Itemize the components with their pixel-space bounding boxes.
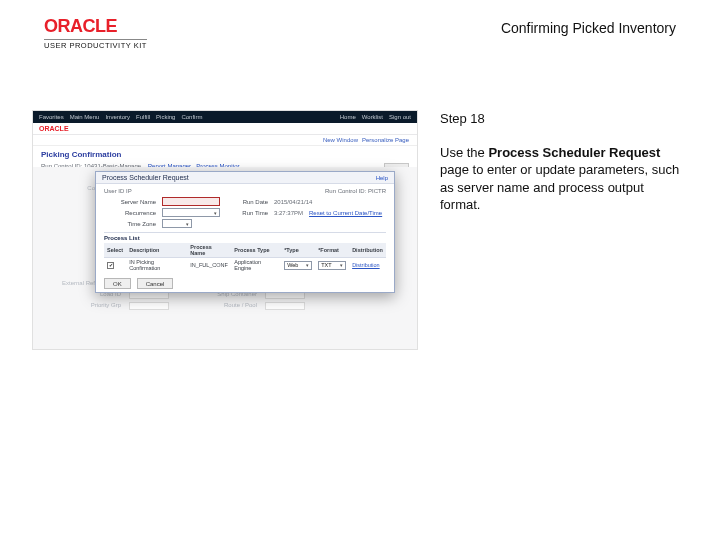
timezone-label: Time Zone bbox=[104, 221, 156, 227]
run-time-label: Run Time bbox=[226, 210, 268, 216]
th-process-name: Process Name bbox=[187, 243, 231, 258]
row-checkbox[interactable] bbox=[107, 262, 114, 269]
server-name-select[interactable] bbox=[162, 197, 220, 206]
process-scheduler-modal: Process Scheduler Request Help User ID I… bbox=[95, 171, 395, 293]
run-date-value: 2015/04/21/14 bbox=[274, 199, 312, 205]
modal-runctl-value: PICTR bbox=[368, 188, 386, 194]
link-new-window[interactable]: New Window bbox=[323, 137, 358, 143]
reset-datetime-link[interactable]: Reset to Current Date/Time bbox=[309, 210, 382, 216]
row-type-select[interactable]: Web bbox=[284, 261, 312, 270]
instruction-text: Use the Process Scheduler Request page t… bbox=[440, 144, 684, 214]
process-list-title: Process List bbox=[104, 235, 386, 241]
user-id-label: User ID bbox=[104, 188, 124, 194]
run-date-label: Run Date bbox=[226, 199, 268, 205]
step-label: Step 18 bbox=[440, 110, 684, 128]
nav-picking[interactable]: Picking bbox=[156, 114, 175, 120]
row-format-select[interactable]: TXT bbox=[318, 261, 346, 270]
oracle-brand: ORACLE bbox=[39, 125, 69, 132]
timezone-select[interactable] bbox=[162, 219, 192, 228]
th-format: *Format bbox=[315, 243, 349, 258]
content: Favorites Main Menu Inventory Fulfill Pi… bbox=[0, 110, 720, 350]
bg-priority-r: Route / Pool bbox=[177, 302, 257, 310]
nav-confirm[interactable]: Confirm bbox=[181, 114, 202, 120]
page-title: Confirming Picked Inventory bbox=[501, 20, 676, 36]
th-type: *Type bbox=[281, 243, 315, 258]
recurrence-select[interactable] bbox=[162, 208, 220, 217]
link-personalize[interactable]: Personalize Page bbox=[362, 137, 409, 143]
nav-signout[interactable]: Sign out bbox=[389, 114, 411, 120]
nav-home[interactable]: Home bbox=[340, 114, 356, 120]
th-description: Description bbox=[126, 243, 187, 258]
brand-bar: ORACLE bbox=[33, 123, 417, 135]
logo: ORACLE USER PRODUCTIVITY KIT bbox=[44, 16, 147, 50]
user-id-value: IP bbox=[126, 188, 132, 194]
row-process-type: Application Engine bbox=[231, 258, 281, 273]
server-name-label: Server Name bbox=[104, 199, 156, 205]
ok-button[interactable]: OK bbox=[104, 278, 131, 289]
screen-heading: Picking Confirmation bbox=[33, 146, 417, 161]
nav-fulfill[interactable]: Fulfill bbox=[136, 114, 150, 120]
nav-inventory[interactable]: Inventory bbox=[105, 114, 130, 120]
recurrence-label: Recurrence bbox=[104, 210, 156, 216]
nav-worklist[interactable]: Worklist bbox=[362, 114, 383, 120]
modal-runctl-label: Run Control ID: bbox=[325, 188, 366, 194]
modal-titlebar: Process Scheduler Request Help bbox=[96, 172, 394, 184]
process-list-table: Select Description Process Name Process … bbox=[104, 243, 386, 272]
row-process-name: IN_FUL_CONF bbox=[187, 258, 231, 273]
cancel-button[interactable]: Cancel bbox=[137, 278, 174, 289]
sub-links: New Window Personalize Page bbox=[33, 135, 417, 146]
instruction-bold: Process Scheduler Request bbox=[488, 145, 660, 160]
row-description: IN Picking Confirmation bbox=[126, 258, 187, 273]
run-time-value: 3:27:37PM bbox=[274, 210, 303, 216]
nav-favorites[interactable]: Favorites bbox=[39, 114, 64, 120]
row-distribution-link[interactable]: Distribution bbox=[352, 262, 380, 268]
logo-word: ORACLE bbox=[44, 16, 147, 37]
th-select: Select bbox=[104, 243, 126, 258]
modal-title: Process Scheduler Request bbox=[102, 174, 189, 181]
nav-mainmenu[interactable]: Main Menu bbox=[70, 114, 100, 120]
bg-priority-l: Priority Grp bbox=[41, 302, 121, 310]
app-screenshot: Favorites Main Menu Inventory Fulfill Pi… bbox=[32, 110, 418, 350]
th-process-type: Process Type bbox=[231, 243, 281, 258]
help-link[interactable]: Help bbox=[376, 175, 388, 181]
th-distribution: Distribution bbox=[349, 243, 386, 258]
instruction-panel: Step 18 Use the Process Scheduler Reques… bbox=[440, 110, 684, 350]
header: ORACLE USER PRODUCTIVITY KIT Confirming … bbox=[0, 0, 720, 50]
logo-subtitle: USER PRODUCTIVITY KIT bbox=[44, 39, 147, 50]
top-navbar: Favorites Main Menu Inventory Fulfill Pi… bbox=[33, 111, 417, 123]
table-row: IN Picking Confirmation IN_FUL_CONF Appl… bbox=[104, 258, 386, 273]
